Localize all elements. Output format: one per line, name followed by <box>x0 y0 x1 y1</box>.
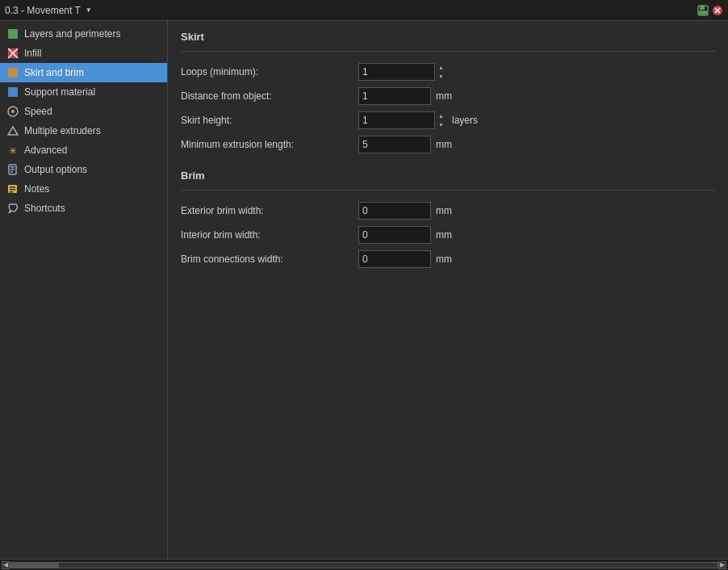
loops-increment[interactable]: ▲ <box>435 63 447 72</box>
svg-rect-10 <box>8 68 18 78</box>
layers-icon <box>6 27 19 40</box>
brim-connections-row: Brim connections width: mm <box>181 247 715 271</box>
interior-brim-label: Interior brim width: <box>181 229 358 241</box>
brim-connections-input-wrap: mm <box>358 250 460 268</box>
height-spinner: ▲ ▼ <box>358 111 447 129</box>
height-label: Skirt height: <box>181 115 358 126</box>
exterior-brim-unit: mm <box>436 205 460 216</box>
sidebar-item-skirt-brim[interactable]: Skirt and brim <box>0 63 167 82</box>
sidebar-item-infill[interactable]: Infill <box>0 44 167 63</box>
brim-connections-unit: mm <box>436 254 460 265</box>
interior-brim-unit: mm <box>436 229 460 241</box>
height-increment[interactable]: ▲ <box>435 111 447 120</box>
height-spinner-buttons: ▲ ▼ <box>434 111 447 129</box>
height-unit: layers <box>452 115 478 126</box>
interior-brim-input-wrap: mm <box>358 226 460 244</box>
sidebar-item-multiple-extruders[interactable]: Multiple extruders <box>0 121 167 140</box>
speed-icon <box>6 105 19 118</box>
title-text: 0.3 - Movement T <box>5 5 81 16</box>
notes-icon <box>6 182 19 195</box>
height-row: Skirt height: ▲ ▼ layers <box>181 108 715 132</box>
exterior-brim-row: Exterior brim width: mm <box>181 199 715 223</box>
scrollbar-thumb[interactable] <box>10 563 59 568</box>
distance-label: Distance from object: <box>181 90 358 102</box>
height-input-wrap: ▲ ▼ layers <box>358 111 478 129</box>
infill-icon <box>6 47 19 60</box>
exterior-brim-label: Exterior brim width: <box>181 205 358 216</box>
min-extrusion-input[interactable] <box>358 136 431 153</box>
loops-spinner: ▲ ▼ <box>358 63 447 81</box>
distance-unit: mm <box>436 90 460 102</box>
sidebar-label-shortcuts: Shortcuts <box>24 203 65 214</box>
loops-input-wrap: ▲ ▼ <box>358 63 447 81</box>
svg-rect-21 <box>10 187 15 188</box>
skirt-section-title: Skirt <box>181 31 715 43</box>
loops-label: Loops (minimum): <box>181 66 358 78</box>
sidebar-item-shortcuts[interactable]: Shortcuts <box>0 199 167 218</box>
svg-rect-2 <box>699 10 707 15</box>
brim-connections-input[interactable] <box>358 250 431 268</box>
extruders-icon <box>6 124 19 137</box>
shortcuts-icon <box>6 202 19 215</box>
sidebar-label-notes: Notes <box>24 183 49 195</box>
exterior-brim-input-wrap: mm <box>358 202 460 220</box>
scroll-right-arrow[interactable]: ▶ <box>718 561 726 569</box>
sidebar-label-extruders: Multiple extruders <box>24 125 101 136</box>
sidebar-item-speed[interactable]: Speed <box>0 102 167 121</box>
brim-section: Brim Exterior brim width: mm Interior br… <box>181 170 715 271</box>
support-icon <box>6 86 19 98</box>
svg-rect-11 <box>8 87 18 97</box>
content-area: Skirt Loops (minimum): ▲ ▼ Distance from… <box>168 21 728 559</box>
title-dropdown-arrow[interactable]: ▼ <box>84 6 94 15</box>
min-extrusion-row: Minimum extrusion length: mm <box>181 132 715 157</box>
brim-divider <box>181 190 715 191</box>
loops-decrement[interactable]: ▼ <box>435 72 447 81</box>
sidebar-label-skirt: Skirt and brim <box>24 67 84 78</box>
min-extrusion-label: Minimum extrusion length: <box>181 139 358 150</box>
svg-marker-14 <box>8 127 18 135</box>
sidebar-item-support-material[interactable]: Support material <box>0 82 167 102</box>
svg-rect-1 <box>700 6 705 10</box>
interior-brim-input[interactable] <box>358 226 431 244</box>
svg-rect-19 <box>10 171 13 173</box>
main-layout: Layers and perimeters Infill Skirt and b… <box>0 21 728 559</box>
sidebar-label-support: Support material <box>24 86 95 98</box>
distance-input-wrap: mm <box>358 87 460 105</box>
sidebar-label-speed: Speed <box>24 106 52 117</box>
interior-brim-row: Interior brim width: mm <box>181 223 715 247</box>
advanced-icon: ✳ <box>6 144 19 157</box>
skirt-divider <box>181 51 715 52</box>
scrollbar-area: ◀ ▶ <box>0 559 728 570</box>
sidebar-item-advanced[interactable]: ✳ Advanced <box>0 140 167 160</box>
sidebar-label-advanced: Advanced <box>24 145 67 156</box>
svg-point-13 <box>11 110 15 113</box>
title-bar-text: 0.3 - Movement T ▼ <box>5 5 697 16</box>
scroll-left-arrow[interactable]: ◀ <box>2 561 10 569</box>
title-bar: 0.3 - Movement T ▼ <box>0 0 728 21</box>
min-extrusion-input-wrap: mm <box>358 136 460 153</box>
sidebar-item-output-options[interactable]: Output options <box>0 160 167 179</box>
svg-rect-6 <box>8 29 18 39</box>
skirt-icon <box>6 66 19 79</box>
svg-rect-22 <box>10 189 15 191</box>
svg-rect-18 <box>10 169 15 170</box>
close-icon[interactable] <box>712 5 723 16</box>
save-icon[interactable] <box>697 5 709 16</box>
title-icons <box>697 5 723 16</box>
sidebar: Layers and perimeters Infill Skirt and b… <box>0 21 168 559</box>
sidebar-item-notes[interactable]: Notes <box>0 179 167 199</box>
exterior-brim-input[interactable] <box>358 202 431 220</box>
scrollbar-track[interactable] <box>10 562 718 568</box>
sidebar-label-output: Output options <box>24 164 87 175</box>
loops-spinner-buttons: ▲ ▼ <box>434 63 447 81</box>
loops-row: Loops (minimum): ▲ ▼ <box>181 60 715 84</box>
sidebar-label-layers: Layers and perimeters <box>24 28 120 40</box>
output-icon <box>6 163 19 176</box>
svg-rect-17 <box>10 166 15 168</box>
sidebar-label-infill: Infill <box>24 48 41 59</box>
sidebar-item-layers-perimeters[interactable]: Layers and perimeters <box>0 24 167 44</box>
min-extrusion-unit: mm <box>436 139 460 150</box>
height-decrement[interactable]: ▼ <box>435 120 447 129</box>
brim-section-title: Brim <box>181 170 715 182</box>
distance-input[interactable] <box>358 87 431 105</box>
